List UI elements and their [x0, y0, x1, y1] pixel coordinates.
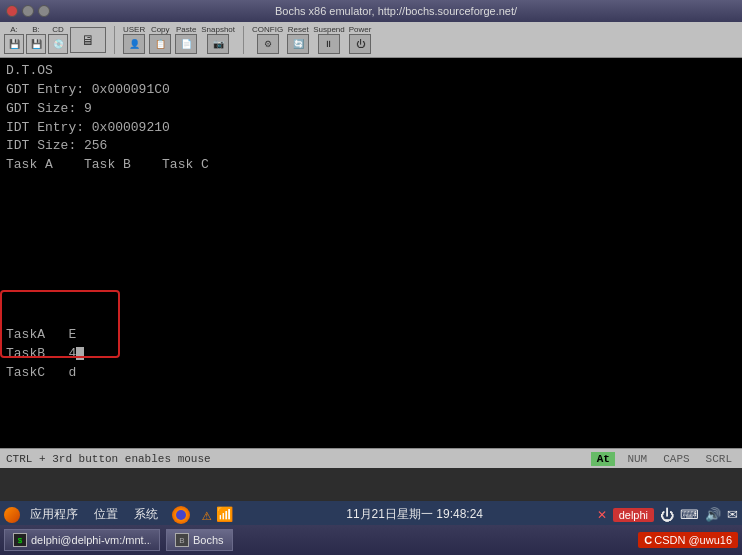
- csdn-label: CSDN @uwu16: [654, 534, 732, 546]
- power-label: Power: [349, 25, 372, 34]
- caps-indicator: CAPS: [659, 453, 693, 465]
- num-indicator: NUM: [623, 453, 651, 465]
- reset-icon[interactable]: 🔄: [287, 34, 309, 54]
- taskbar-task-bochs[interactable]: B Bochs: [166, 529, 233, 551]
- line-idt-entry: IDT Entry: 0x00009210: [6, 119, 736, 138]
- warning-icon: ⚠: [202, 505, 212, 525]
- suspend-icon[interactable]: ⏸: [318, 34, 340, 54]
- paste-label: Paste: [176, 25, 196, 34]
- line-taskb: TaskB 4: [6, 345, 736, 364]
- config-icon[interactable]: ⚙: [257, 34, 279, 54]
- taskbar-task-terminal[interactable]: $ delphi@delphi-vm:/mnt...: [4, 529, 160, 551]
- terminal-task-label: delphi@delphi-vm:/mnt...: [31, 534, 151, 546]
- line-blank-4: [6, 232, 736, 251]
- power-taskbar-icon[interactable]: ⏻: [660, 507, 674, 523]
- config-label: CONFIG: [252, 25, 283, 34]
- maximize-button[interactable]: [38, 5, 50, 17]
- taskbar-right-icons: ✕ delphi ⏻ ⌨ 🔊 ✉: [597, 507, 738, 523]
- cd-label: CD: [52, 25, 64, 34]
- line-idt-size: IDT Size: 256: [6, 137, 736, 156]
- toolbar: A: 💾 B: 💾 CD 💿 🖥 USER 👤 Copy 📋 Paste 📄 S…: [0, 22, 742, 58]
- window-title: Bochs x86 emulator, http://bochs.sourcef…: [56, 5, 736, 17]
- line-blank-8: [6, 307, 736, 326]
- window-controls[interactable]: [6, 5, 50, 17]
- line-blank-7: [6, 288, 736, 307]
- user-label: USER: [123, 25, 145, 34]
- ctrl-hint-text: CTRL + 3rd button enables mouse: [6, 453, 583, 465]
- bochs-task-icon: B: [175, 533, 189, 547]
- bochs-task-label: Bochs: [193, 534, 224, 546]
- floppy-a-label: A:: [10, 25, 18, 34]
- system-menu[interactable]: 系统: [128, 504, 164, 525]
- floppy-b-label: B:: [32, 25, 40, 34]
- firefox-icon[interactable]: [172, 506, 190, 524]
- terminal-task-icon: $: [13, 533, 27, 547]
- title-bar: Bochs x86 emulator, http://bochs.sourcef…: [0, 0, 742, 22]
- delphi-button[interactable]: delphi: [613, 508, 654, 522]
- line-blank-6: [6, 269, 736, 288]
- close-button[interactable]: [6, 5, 18, 17]
- distro-icon: [4, 507, 20, 523]
- volume-taskbar-icon[interactable]: 🔊: [705, 507, 721, 522]
- line-gdt-entry: GDT Entry: 0x000091C0: [6, 81, 736, 100]
- status-bar: CTRL + 3rd button enables mouse At NUM C…: [0, 448, 742, 468]
- line-blank-3: [6, 213, 736, 232]
- cd-icon[interactable]: 💿: [48, 34, 68, 54]
- line-tasks-header: Task A Task B Task C: [6, 156, 736, 175]
- line-taskc: TaskC d: [6, 364, 736, 383]
- copy-icon[interactable]: 📋: [149, 34, 171, 54]
- paste-icon[interactable]: 📄: [175, 34, 197, 54]
- user-icon[interactable]: 👤: [123, 34, 145, 54]
- copy-label: Copy: [151, 25, 170, 34]
- csdn-badge[interactable]: C CSDN @uwu16: [638, 532, 738, 548]
- scrl-indicator: SCRL: [702, 453, 736, 465]
- at-indicator: At: [591, 452, 615, 466]
- network-icon[interactable]: 🖥: [70, 27, 106, 53]
- line-gdt-size: GDT Size: 9: [6, 100, 736, 119]
- line-blank-1: [6, 175, 736, 194]
- wifi-icon: 📶: [216, 506, 233, 524]
- snapshot-label: Snapshot: [201, 25, 235, 34]
- reset-label: Reset: [288, 25, 309, 34]
- line-taska: TaskA E: [6, 326, 736, 345]
- datetime-display: 11月21日星期一 19:48:24: [237, 506, 593, 523]
- power-icon[interactable]: ⏻: [349, 34, 371, 54]
- floppy-b-icon[interactable]: 💾: [26, 34, 46, 54]
- line-blank-5: [6, 250, 736, 269]
- snapshot-icon[interactable]: 📷: [207, 34, 229, 54]
- email-taskbar-icon[interactable]: ✉: [727, 507, 738, 522]
- app-menu-bar: 应用程序 位置 系统 ⚠ 📶 11月21日星期一 19:48:24 ✕ delp…: [0, 501, 742, 528]
- places-menu[interactable]: 位置: [88, 504, 124, 525]
- floppy-a-icon[interactable]: 💾: [4, 34, 24, 54]
- apps-menu[interactable]: 应用程序: [24, 504, 84, 525]
- line-blank-2: [6, 194, 736, 213]
- keyboard-taskbar-icon: ⌨: [680, 507, 699, 522]
- line-dtos: D.T.OS: [6, 62, 736, 81]
- emulator-screen: D.T.OS GDT Entry: 0x000091C0 GDT Size: 9…: [0, 58, 742, 448]
- close-icon[interactable]: ✕: [597, 508, 607, 522]
- taskbar: $ delphi@delphi-vm:/mnt... B Bochs C CSD…: [0, 525, 742, 555]
- minimize-button[interactable]: [22, 5, 34, 17]
- suspend-label: Suspend: [313, 25, 345, 34]
